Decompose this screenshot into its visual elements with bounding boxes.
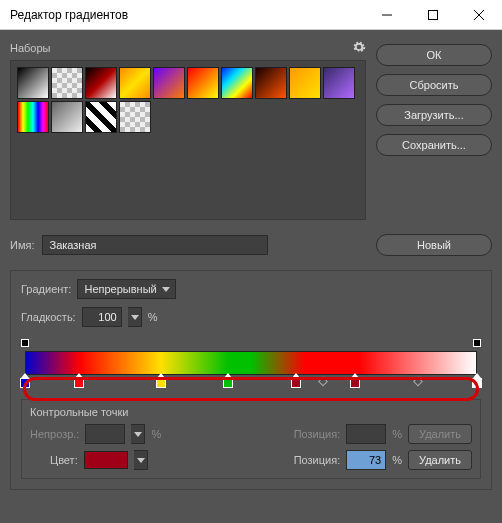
preset-swatch[interactable] bbox=[187, 67, 219, 99]
gradient-type-value: Непрерывный bbox=[84, 283, 156, 295]
color-stop[interactable] bbox=[472, 378, 482, 388]
color-stop[interactable] bbox=[291, 378, 301, 388]
opacity-stop-track[interactable] bbox=[25, 341, 477, 351]
opacity-dropdown bbox=[131, 424, 145, 444]
color-stop-track[interactable] bbox=[25, 375, 477, 385]
preset-swatch[interactable] bbox=[85, 101, 117, 133]
save-button[interactable]: Сохранить... bbox=[376, 134, 492, 156]
color-pos-input[interactable] bbox=[346, 450, 386, 470]
color-stop[interactable] bbox=[223, 378, 233, 388]
stops-section: Контрольные точки Непрозр.: % Позиция: %… bbox=[21, 399, 481, 479]
close-button[interactable] bbox=[456, 0, 502, 30]
color-stop[interactable] bbox=[156, 378, 166, 388]
opacity-unit: % bbox=[151, 428, 161, 440]
color-dropdown[interactable] bbox=[134, 450, 148, 470]
color-delete-button[interactable]: Удалить bbox=[408, 450, 472, 470]
presets-label: Наборы bbox=[10, 42, 51, 54]
smoothness-unit: % bbox=[148, 311, 158, 323]
minimize-button[interactable] bbox=[364, 0, 410, 30]
opacity-pos-input bbox=[346, 424, 386, 444]
color-label: Цвет: bbox=[50, 454, 78, 466]
gradient-section: Градиент: Непрерывный Гладкость: % Контр… bbox=[10, 270, 492, 490]
load-button[interactable]: Загрузить... bbox=[376, 104, 492, 126]
opacity-stop[interactable] bbox=[473, 339, 481, 347]
stops-heading: Контрольные точки bbox=[30, 406, 472, 418]
color-well[interactable] bbox=[84, 451, 128, 469]
svg-rect-1 bbox=[429, 10, 438, 19]
color-stop[interactable] bbox=[20, 378, 30, 388]
opacity-delete-button: Удалить bbox=[408, 424, 472, 444]
preset-swatch[interactable] bbox=[153, 67, 185, 99]
color-stop[interactable] bbox=[350, 378, 360, 388]
gradient-type-select[interactable]: Непрерывный bbox=[77, 279, 175, 299]
smoothness-dropdown[interactable] bbox=[128, 307, 142, 327]
smoothness-input[interactable] bbox=[82, 307, 122, 327]
preset-swatch[interactable] bbox=[221, 67, 253, 99]
presets-panel bbox=[10, 60, 366, 220]
preset-swatch[interactable] bbox=[323, 67, 355, 99]
color-stop[interactable] bbox=[74, 378, 84, 388]
midpoint-marker[interactable] bbox=[413, 377, 423, 387]
color-pos-unit: % bbox=[392, 454, 402, 466]
gear-icon[interactable] bbox=[352, 40, 366, 56]
gradient-editor[interactable] bbox=[25, 341, 477, 385]
opacity-pos-unit: % bbox=[392, 428, 402, 440]
maximize-button[interactable] bbox=[410, 0, 456, 30]
reset-button[interactable]: Сбросить bbox=[376, 74, 492, 96]
opacity-label: Непрозр.: bbox=[30, 428, 79, 440]
preset-swatch[interactable] bbox=[17, 67, 49, 99]
gradient-bar[interactable] bbox=[25, 351, 477, 375]
opacity-stop[interactable] bbox=[21, 339, 29, 347]
opacity-pos-label: Позиция: bbox=[294, 428, 341, 440]
preset-swatch[interactable] bbox=[119, 101, 151, 133]
preset-swatch[interactable] bbox=[85, 67, 117, 99]
smoothness-label: Гладкость: bbox=[21, 311, 76, 323]
titlebar: Редактор градиентов bbox=[0, 0, 502, 30]
preset-swatch[interactable] bbox=[51, 101, 83, 133]
window-title: Редактор градиентов bbox=[10, 8, 128, 22]
opacity-value-input bbox=[85, 424, 125, 444]
preset-swatch[interactable] bbox=[119, 67, 151, 99]
color-pos-label: Позиция: bbox=[294, 454, 341, 466]
midpoint-marker[interactable] bbox=[318, 377, 328, 387]
preset-swatch[interactable] bbox=[289, 67, 321, 99]
ok-button[interactable]: ОК bbox=[376, 44, 492, 66]
gradient-type-label: Градиент: bbox=[21, 283, 71, 295]
preset-grid bbox=[17, 67, 359, 133]
name-label: Имя: bbox=[10, 239, 34, 251]
name-input[interactable] bbox=[42, 235, 268, 255]
preset-swatch[interactable] bbox=[255, 67, 287, 99]
preset-swatch[interactable] bbox=[51, 67, 83, 99]
preset-swatch[interactable] bbox=[17, 101, 49, 133]
new-button[interactable]: Новый bbox=[376, 234, 492, 256]
